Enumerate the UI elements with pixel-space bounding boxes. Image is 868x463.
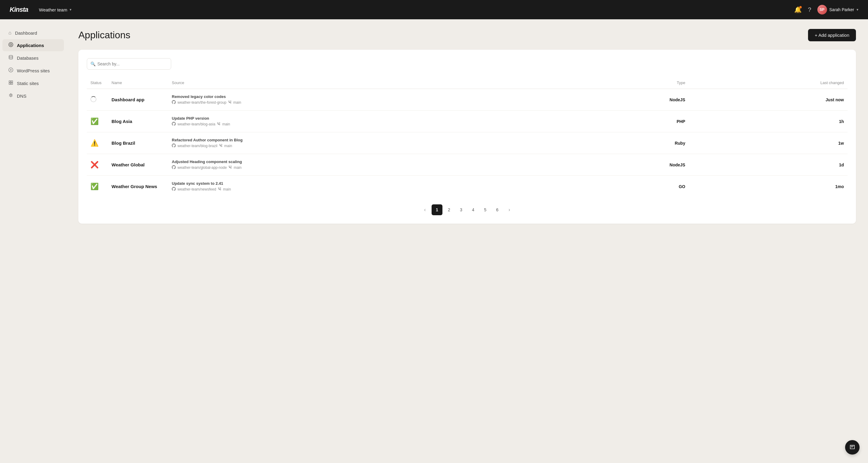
branch-name: main (222, 122, 230, 126)
app-name: Dashboard app (112, 97, 144, 102)
branch-name: main (224, 144, 232, 148)
main-layout: ⌂ Dashboard Applications Databases WordP… (0, 19, 868, 463)
type-label: NodeJS (574, 162, 685, 167)
type-cell: NodeJS (570, 89, 689, 111)
databases-icon (8, 55, 13, 61)
last-changed-label: 1mo (692, 184, 844, 189)
commit-message: Removed legacy color codes (172, 94, 567, 99)
user-name: Sarah Parker (830, 7, 854, 12)
page-title: Applications (79, 30, 130, 41)
status-cell: ❌ (87, 154, 108, 176)
col-last-changed: Last changed (689, 78, 847, 89)
repo-name: weather-team/global-app-node (178, 165, 227, 170)
status-cell: ⚠️ (87, 132, 108, 154)
type-label: NodeJS (574, 97, 685, 102)
table-row[interactable]: ❌ Weather Global Adjusted Heading compon… (87, 154, 847, 176)
github-icon (172, 187, 176, 192)
sidebar-item-label: DNS (17, 93, 27, 99)
branch-icon (228, 100, 231, 104)
page-6-button[interactable]: 6 (492, 204, 503, 215)
kinsta-logo: Kinsta (10, 6, 28, 13)
page-2-button[interactable]: 2 (444, 204, 455, 215)
page-4-button[interactable]: 4 (468, 204, 478, 215)
svg-point-20 (218, 187, 219, 188)
svg-point-14 (219, 144, 220, 145)
last-changed-label: 1d (692, 162, 844, 167)
status-warning-icon: ⚠️ (90, 139, 98, 147)
source-cell: Adjusted Heading component scaling weath… (168, 154, 570, 176)
wordpress-icon (8, 67, 13, 73)
applications-table: Status Name Source Type Last changed Das… (87, 78, 847, 197)
type-label: Ruby (574, 141, 685, 146)
page-1-button[interactable]: 1 (432, 204, 442, 215)
last-changed-label: Just now (692, 97, 844, 102)
name-cell: Weather Group News (108, 176, 168, 197)
sidebar-item-wordpress[interactable]: WordPress sites (2, 64, 64, 76)
sidebar-item-label: WordPress sites (17, 68, 50, 73)
app-name: Weather Group News (112, 184, 157, 189)
commit-message: Refactored Author component in Blog (172, 138, 567, 142)
github-icon (172, 165, 176, 170)
search-input[interactable] (87, 58, 171, 70)
branch-name: main (223, 187, 231, 191)
branch-icon (228, 165, 232, 170)
table-row[interactable]: Dashboard app Removed legacy color codes… (87, 89, 847, 111)
svg-point-19 (230, 166, 231, 167)
table-row[interactable]: ✅ Blog Asia Update PHP version weather-t… (87, 111, 847, 132)
svg-point-10 (230, 101, 231, 101)
svg-point-0 (9, 42, 13, 47)
sidebar-item-dashboard[interactable]: ⌂ Dashboard (2, 27, 64, 38)
user-menu[interactable]: SP Sarah Parker ▾ (817, 5, 858, 14)
chat-button[interactable] (845, 440, 860, 455)
sidebar-item-dns[interactable]: DNS (2, 90, 64, 102)
sidebar-item-applications[interactable]: Applications (2, 39, 64, 51)
last-changed-cell: Just now (689, 89, 847, 111)
repo-name: weather-team/blog-asia (178, 122, 215, 126)
search-wrapper: 🔍 (87, 58, 171, 70)
last-changed-cell: 1h (689, 111, 847, 132)
svg-point-17 (229, 166, 230, 167)
page-header: Applications + Add application (79, 29, 856, 41)
next-page-button[interactable]: › (504, 204, 515, 215)
status-success-icon: ✅ (90, 118, 98, 125)
sidebar: ⌂ Dashboard Applications Databases WordP… (0, 19, 66, 463)
pagination: ‹ 1 2 3 4 5 6 › (87, 204, 847, 215)
last-changed-cell: 1d (689, 154, 847, 176)
table-header: Status Name Source Type Last changed (87, 78, 847, 89)
source-meta: weather-team/newsfeed main (172, 187, 567, 192)
status-cell: ✅ (87, 176, 108, 197)
sidebar-item-static-sites[interactable]: Static sites (2, 77, 64, 89)
prev-page-button[interactable]: ‹ (420, 204, 430, 215)
branch-icon (218, 187, 221, 191)
table-row[interactable]: ⚠️ Blog Brazil Refactored Author compone… (87, 132, 847, 154)
sidebar-item-databases[interactable]: Databases (2, 52, 64, 64)
svg-rect-6 (9, 83, 10, 84)
last-changed-cell: 1mo (689, 176, 847, 197)
status-success-icon: ✅ (90, 183, 98, 190)
user-chevron-icon: ▾ (857, 7, 858, 12)
help-button[interactable]: ? (808, 6, 811, 13)
svg-rect-5 (11, 81, 13, 82)
type-cell: NodeJS (570, 154, 689, 176)
branch-icon (217, 122, 220, 126)
table-row[interactable]: ✅ Weather Group News Update sync system … (87, 176, 847, 197)
top-navigation: Kinsta Weather team ▾ 🔔 ? SP Sarah Parke… (0, 0, 868, 19)
name-cell: Dashboard app (108, 89, 168, 111)
notifications-button[interactable]: 🔔 (794, 6, 802, 13)
source-cell: Update PHP version weather-team/blog-asi… (168, 111, 570, 132)
page-5-button[interactable]: 5 (480, 204, 491, 215)
source-cell: Update sync system to 2.41 weather-team/… (168, 176, 570, 197)
sidebar-item-label: Databases (17, 56, 38, 61)
col-type: Type (570, 78, 689, 89)
type-cell: Ruby (570, 132, 689, 154)
github-icon (172, 100, 176, 105)
add-application-button[interactable]: + Add application (808, 29, 856, 41)
dns-icon (8, 93, 13, 99)
page-3-button[interactable]: 3 (456, 204, 467, 215)
commit-message: Update PHP version (172, 116, 567, 121)
branch-icon (219, 144, 222, 148)
status-error-icon: ❌ (90, 161, 98, 168)
repo-name: weather-team/newsfeed (178, 187, 216, 191)
svg-rect-7 (11, 83, 13, 84)
team-selector[interactable]: Weather team ▾ (39, 7, 71, 12)
